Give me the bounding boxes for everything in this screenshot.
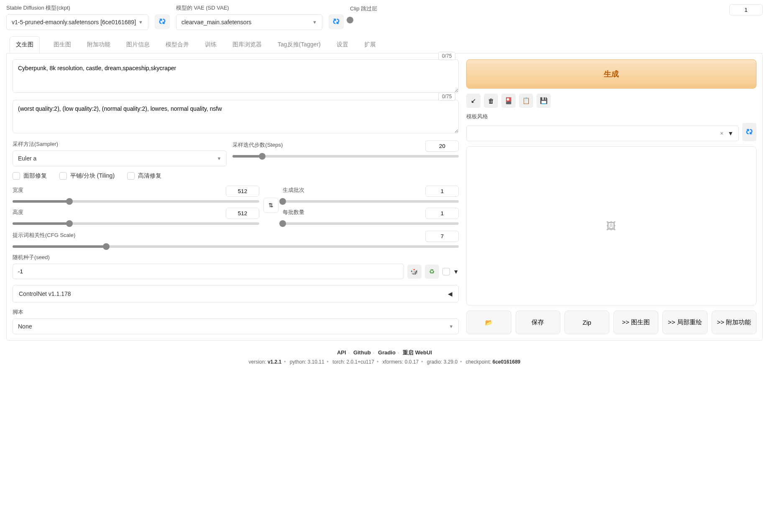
output-image-preview: 🖼 [466,146,756,305]
model-value: v1-5-pruned-emaonly.safetensors [6ce0161… [12,19,136,25]
style-select[interactable]: × ▼ [466,125,739,141]
vae-value: clearvae_main.safetensors [181,19,251,25]
tab-txt2img[interactable]: 文生图 [10,36,40,53]
send-extras-button[interactable]: >> 附加功能 [712,311,756,334]
vae-refresh-button[interactable]: 🗘 [329,14,344,29]
height-input[interactable] [226,208,259,219]
refresh-icon: 🗘 [746,128,753,136]
tab-merger[interactable]: 模型合并 [164,36,191,53]
script-label: 脚本 [13,308,459,316]
clipboard-icon: 📋 [522,97,530,104]
batch-size-label: 每批数量 [283,209,304,216]
prompt-counter: 0/75 [438,52,455,60]
model-label: Stable Diffusion 模型(ckpt) [6,4,148,12]
batch-count-label: 生成批次 [283,186,304,194]
send-img2img-button[interactable]: >> 图生图 [613,311,658,334]
face-restore-label: 面部修复 [23,172,47,180]
paste-button[interactable]: 📋 [519,94,533,108]
arrow-icon: ↙ [471,97,476,104]
arrow-button[interactable]: ↙ [466,94,480,108]
tiling-checkbox[interactable]: 平铺/分块 (Tiling) [59,172,115,180]
tab-browser[interactable]: 图库浏览器 [230,36,264,53]
styles-button[interactable]: 🎴 [501,94,516,108]
steps-label: 采样迭代步数(Steps) [232,141,283,149]
controlnet-title: ControlNet v1.1.178 [19,290,71,297]
trash-button[interactable]: 🗑 [484,94,498,108]
seed-reuse-button[interactable]: ♻ [425,265,439,279]
negative-prompt-input[interactable]: (worst quality:2), (low quality:2), (nor… [13,100,459,133]
github-link[interactable]: Github [353,349,371,356]
main-tabs: 文生图 图生图 附加功能 图片信息 模型合并 训练 图库浏览器 Tag反推(Ta… [6,36,763,53]
vae-select[interactable]: clearvae_main.safetensors ▼ [176,14,322,30]
vae-label: 模型的 VAE (SD VAE) [176,4,322,12]
hires-fix-checkbox[interactable]: 高清修复 [127,172,161,180]
api-link[interactable]: API [337,349,346,356]
send-inpaint-button[interactable]: >> 局部重绘 [662,311,707,334]
chevron-down-icon: ▼ [312,20,317,25]
width-label: 宽度 [13,186,23,194]
face-restore-checkbox[interactable]: 面部修复 [13,172,47,180]
save-button[interactable]: 💾 [537,94,551,108]
chevron-down-icon: ▼ [449,324,454,329]
tab-extras[interactable]: 附加功能 [85,36,112,53]
open-folder-button[interactable]: 📂 [466,311,511,334]
cfg-input[interactable] [425,231,459,242]
prompt-input[interactable]: Cyberpunk, 8k resolution, castle, dream,… [13,59,459,93]
footer-versions: version: v1.2.1• python: 3.10.11• torch:… [6,359,763,365]
seed-input[interactable] [13,264,404,279]
seed-random-button[interactable]: 🎲 [407,265,422,279]
footer-links: API· Github· Gradio· 重启 WebUI [6,349,763,356]
gradio-link[interactable]: Gradio [378,349,396,356]
steps-input[interactable] [425,140,459,152]
zip-button[interactable]: Zip [565,311,609,334]
restart-link[interactable]: 重启 WebUI [403,349,432,356]
style-clear[interactable]: × [720,130,723,137]
image-placeholder-icon: 🖼 [606,220,616,232]
cfg-label: 提示词相关性(CFG Scale) [13,232,75,239]
batch-count-slider[interactable] [283,200,459,203]
trash-icon: 🗑 [488,97,494,104]
refresh-icon: 🗘 [333,18,340,25]
clip-skip-input[interactable] [729,4,763,15]
height-label: 高度 [13,209,23,216]
sampler-value: Euler a [18,155,36,162]
controlnet-accordion[interactable]: ControlNet v1.1.178 ◀ [13,285,459,303]
width-slider[interactable] [13,200,259,203]
chevron-down-icon: ▼ [728,130,733,137]
style-refresh-button[interactable]: 🗘 [742,123,756,141]
clip-skip-label: Clip 跳过层 [350,5,377,13]
chevron-down-icon: ▼ [217,156,221,161]
save-icon: 💾 [540,97,548,104]
script-select[interactable]: None ▼ [13,318,459,334]
cfg-slider[interactable] [13,245,459,248]
tab-pnginfo[interactable]: 图片信息 [124,36,152,53]
batch-size-slider[interactable] [283,222,459,225]
sampler-select[interactable]: Euler a ▼ [13,150,227,166]
steps-slider[interactable] [232,155,459,158]
batch-size-input[interactable] [425,208,459,219]
hires-fix-label: 高清修复 [138,172,161,180]
batch-count-input[interactable] [425,186,459,197]
tab-train[interactable]: 训练 [203,36,219,53]
dice-icon: 🎲 [410,268,418,275]
caret-down-icon[interactable]: ▼ [453,268,459,275]
seed-label: 随机种子(seed) [13,254,459,261]
tab-tagger[interactable]: Tag反推(Tagger) [276,36,323,53]
model-select[interactable]: v1-5-pruned-emaonly.safetensors [6ce0161… [6,14,148,30]
negative-prompt-counter: 0/75 [438,92,455,101]
style-label: 模板风格 [466,113,756,120]
width-input[interactable] [226,186,259,197]
caret-left-icon: ◀ [448,290,452,297]
swap-dimensions-button[interactable]: ⇅ [263,198,278,213]
generate-button[interactable]: 生成 [466,59,756,89]
tab-img2img[interactable]: 图生图 [51,36,73,53]
folder-icon: 📂 [485,319,493,326]
tab-extensions[interactable]: 扩展 [362,36,378,53]
save-image-button[interactable]: 保存 [516,311,560,334]
seed-extra-checkbox[interactable] [442,268,450,275]
height-slider[interactable] [13,222,259,225]
model-refresh-button[interactable]: 🗘 [155,14,170,29]
tab-settings[interactable]: 设置 [335,36,350,53]
tiling-label: 平铺/分块 (Tiling) [70,172,115,180]
sampler-label: 采样方法(Sampler) [13,140,227,148]
